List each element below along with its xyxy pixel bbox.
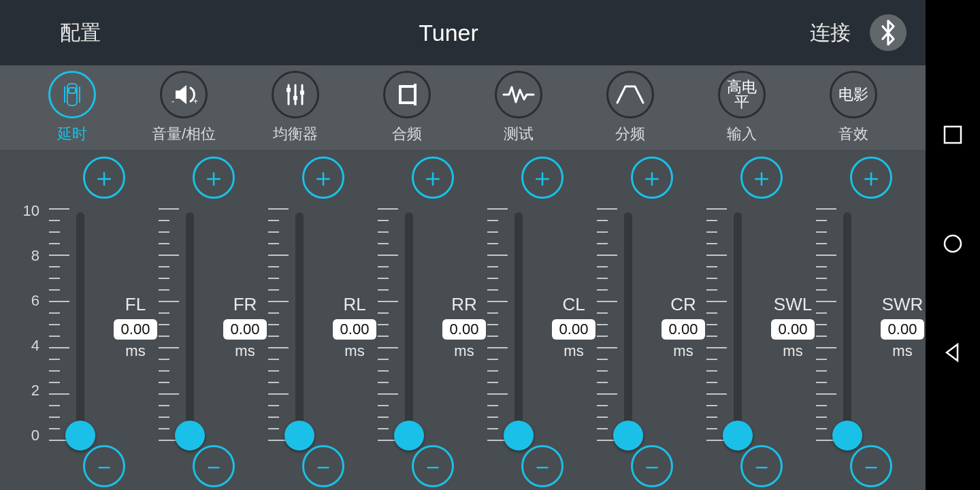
tabs-bar: 延时-+音量/相位均衡器合频测试分频高电平输入电影音效 (0, 65, 926, 150)
svg-rect-0 (67, 84, 77, 105)
scale-label: 4 (31, 337, 39, 355)
svg-rect-11 (300, 91, 304, 95)
channel-fl: ＋FL0.00ms－ (49, 150, 159, 490)
tab-delay[interactable]: 延时 (18, 71, 127, 144)
slider-thumb[interactable] (832, 421, 862, 451)
config-button[interactable]: 配置 (60, 19, 101, 47)
tab-label: 延时 (57, 124, 87, 144)
channel-name: FL (105, 294, 166, 315)
tab-label: 音量/相位 (152, 124, 216, 144)
increment-button[interactable]: ＋ (83, 157, 125, 199)
sound-icon: 电影 (830, 71, 877, 118)
channel-unit: ms (762, 342, 823, 360)
tab-sound[interactable]: 电影音效 (799, 71, 908, 144)
slider-thumb[interactable] (613, 421, 643, 451)
increment-button[interactable]: ＋ (193, 157, 235, 199)
slider-thumb[interactable] (284, 421, 314, 451)
increment-button[interactable]: ＋ (631, 157, 673, 199)
channel-unit: ms (653, 342, 714, 360)
scale-column: 1086420 (0, 211, 49, 436)
channel-name: RR (434, 294, 495, 315)
scale-label: 6 (31, 292, 39, 310)
tab-eq[interactable]: 均衡器 (241, 71, 350, 144)
tab-test[interactable]: 测试 (464, 71, 573, 144)
delay-slider[interactable]: RR0.00ms (378, 208, 487, 440)
tab-label: 音效 (838, 124, 868, 144)
bluetooth-icon[interactable] (870, 14, 906, 51)
decrement-button[interactable]: － (412, 445, 454, 487)
decrement-button[interactable]: － (83, 445, 125, 487)
tab-xover[interactable]: 分频 (576, 71, 685, 144)
header-bar: 配置 Tuner 连接 (0, 0, 926, 65)
android-nav-bar (926, 0, 980, 490)
slider-thumb[interactable] (504, 421, 534, 451)
app-title: Tuner (419, 20, 478, 46)
channel-info: SWL0.00ms (762, 294, 823, 360)
sliders-icon (272, 71, 319, 118)
channel-name: CR (653, 294, 714, 315)
slider-thumb[interactable] (394, 421, 424, 451)
delay-slider[interactable]: CL0.00ms (487, 208, 597, 440)
scale-label: 8 (31, 247, 39, 265)
home-button[interactable] (943, 233, 963, 257)
channel-unit: ms (543, 342, 604, 360)
slider-thumb[interactable] (723, 421, 753, 451)
tab-combine[interactable]: 合频 (353, 71, 461, 144)
svg-rect-1 (69, 88, 76, 93)
svg-point-14 (945, 235, 961, 252)
channel-value: 0.00 (223, 319, 267, 340)
delay-slider[interactable]: RL0.00ms (268, 208, 378, 440)
tab-label: 合频 (392, 124, 422, 144)
tab-input[interactable]: 高电平输入 (687, 71, 796, 144)
tab-label: 输入 (727, 124, 757, 144)
slider-thumb[interactable] (65, 421, 95, 451)
channel-value: 0.00 (662, 319, 705, 340)
channel-info: RL0.00ms (324, 294, 385, 360)
increment-button[interactable]: ＋ (521, 157, 564, 199)
recents-button[interactable] (943, 125, 963, 148)
increment-button[interactable]: ＋ (850, 157, 892, 199)
channel-unit: ms (872, 342, 933, 360)
channel-name: CL (543, 294, 604, 315)
channel-rr: ＋RR0.00ms－ (378, 150, 487, 490)
channel-swl: ＋SWL0.00ms－ (706, 150, 816, 490)
svg-rect-10 (293, 96, 297, 100)
tab-label: 分频 (615, 124, 645, 144)
scale-label: 10 (23, 202, 39, 220)
tab-volume[interactable]: -+音量/相位 (129, 71, 238, 144)
decrement-button[interactable]: － (521, 445, 564, 487)
delay-slider[interactable]: FR0.00ms (159, 208, 268, 440)
connect-button[interactable]: 连接 (810, 19, 851, 47)
channel-fr: ＋FR0.00ms－ (159, 150, 268, 490)
delay-slider[interactable]: FL0.00ms (49, 208, 159, 440)
channel-info: CR0.00ms (653, 294, 714, 360)
tuner-app: 配置 Tuner 连接 延时-+音量/相位均衡器合频测试分频高电平输入电影音效 … (0, 0, 926, 490)
delay-slider[interactable]: SWR0.00ms (816, 208, 926, 440)
channel-unit: ms (324, 342, 385, 360)
decrement-button[interactable]: － (850, 445, 892, 487)
svg-rect-9 (287, 88, 291, 92)
car-icon (48, 71, 96, 118)
input-icon: 高电平 (718, 71, 766, 118)
decrement-button[interactable]: － (193, 445, 235, 487)
channel-name: SWR (872, 294, 933, 315)
channel-cl: ＋CL0.00ms－ (487, 150, 597, 490)
back-button[interactable] (943, 342, 963, 365)
delay-slider[interactable]: SWL0.00ms (706, 208, 816, 440)
channel-cr: ＋CR0.00ms－ (597, 150, 706, 490)
channels-panel: 1086420 ＋FL0.00ms－＋FR0.00ms－＋RL0.00ms－＋R… (0, 150, 926, 490)
tab-label: 均衡器 (273, 124, 318, 144)
wave-icon (495, 71, 542, 118)
increment-button[interactable]: ＋ (412, 157, 454, 199)
delay-slider[interactable]: CR0.00ms (597, 208, 706, 440)
decrement-button[interactable]: － (302, 445, 344, 487)
increment-button[interactable]: ＋ (302, 157, 344, 199)
channel-unit: ms (434, 342, 495, 360)
scale-label: 0 (31, 427, 39, 444)
slider-thumb[interactable] (175, 421, 205, 451)
increment-button[interactable]: ＋ (740, 157, 783, 199)
decrement-button[interactable]: － (740, 445, 783, 487)
decrement-button[interactable]: － (631, 445, 673, 487)
svg-rect-13 (945, 127, 961, 143)
svg-text:-: - (172, 97, 174, 106)
